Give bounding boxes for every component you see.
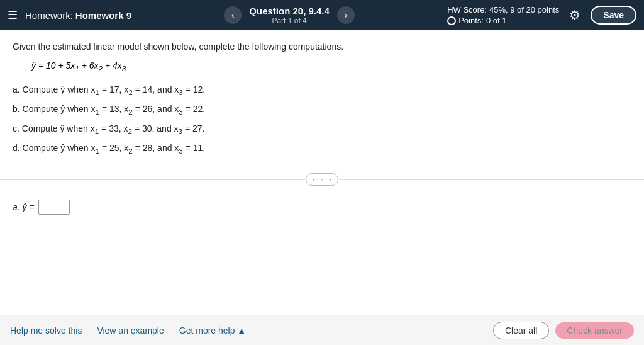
question-title: Question 20, 9.4.4 [249,6,330,16]
next-question-button[interactable]: › [337,6,355,24]
points-circle-icon [447,16,456,25]
divider-area: · · · · · [0,173,644,186]
list-item: c. Compute ŷ when x1 = 33, x2 = 30, and … [13,120,631,139]
hw-score-block: HW Score: 45%, 9 of 20 points Points: 0 … [447,5,559,25]
header-right: HW Score: 45%, 9 of 20 points Points: 0 … [447,5,636,25]
list-item: d. Compute ŷ when x1 = 25, x2 = 28, and … [13,140,631,158]
question-part: Part 1 of 4 [249,16,330,25]
hw-score-line: HW Score: 45%, 9 of 20 points [447,5,559,14]
save-button[interactable]: Save [591,6,636,25]
hw-score-value: 45%, 9 of 20 points [489,5,559,14]
list-item: b. Compute ŷ when x1 = 13, x2 = 26, and … [13,101,631,119]
menu-icon[interactable]: ☰ [8,8,18,22]
header-center: ‹ Question 20, 9.4.4 Part 1 of 4 › [131,6,447,25]
answer-input[interactable] [38,200,70,215]
list-item: a. Compute ŷ when x1 = 17, x2 = 14, and … [13,81,631,99]
hw-score-label: HW Score: [447,5,487,14]
points-label: Points: [458,16,484,25]
points-value: 0 of 1 [486,16,507,25]
settings-button[interactable]: ⚙ [569,8,580,23]
points-line: Points: 0 of 1 [447,16,559,25]
main-content: Given the estimated linear model shown b… [0,30,644,166]
answer-area: a. ŷ = [0,193,644,221]
answer-row: a. ŷ = [13,200,631,215]
question-info: Question 20, 9.4.4 Part 1 of 4 [249,6,330,25]
prev-question-button[interactable]: ‹ [224,6,242,24]
equation-block: ŷ = 10 + 5x1 + 6x2 + 4x3 [31,60,631,72]
divider-handle[interactable]: · · · · · [306,173,338,186]
problem-statement: Given the estimated linear model shown b… [13,42,631,52]
equation-text: ŷ = 10 + 5x1 + 6x2 + 4x3 [31,60,126,71]
homework-label: Homework: [25,10,73,21]
header: ☰ Homework: Homework 9 ‹ Question 20, 9.… [0,0,644,30]
homework-name: Homework 9 [75,10,131,21]
parts-list: a. Compute ŷ when x1 = 17, x2 = 14, and … [13,81,631,158]
answer-label: a. ŷ = [13,202,35,212]
